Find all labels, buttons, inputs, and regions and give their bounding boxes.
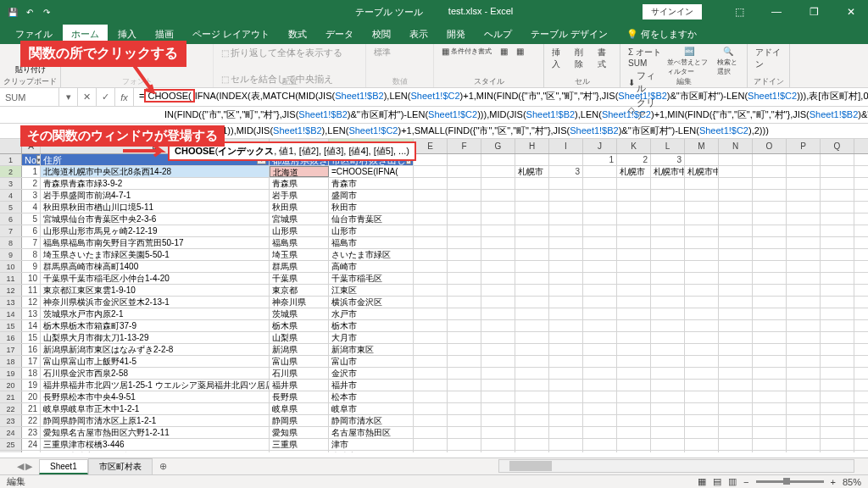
cell-pref[interactable]: 秋田県 — [270, 202, 329, 213]
cell[interactable] — [549, 368, 583, 379]
cell[interactable] — [617, 190, 651, 201]
cell-pref[interactable]: 岐阜県 — [270, 403, 329, 414]
cell-city[interactable]: 千葉市稲毛区 — [329, 273, 414, 284]
tab-tellme[interactable]: 💡 何をしますか — [618, 25, 705, 44]
cell[interactable] — [617, 356, 651, 367]
cell-city[interactable]: 松本市 — [329, 391, 414, 402]
cell[interactable] — [617, 439, 651, 450]
row-header[interactable]: 4 — [0, 190, 22, 201]
cell[interactable] — [549, 451, 583, 452]
format-cells-button[interactable]: 書式 — [595, 46, 615, 71]
cell[interactable] — [549, 332, 583, 343]
row-header[interactable]: 26 — [0, 451, 22, 452]
cell[interactable] — [515, 225, 549, 236]
cell[interactable] — [617, 380, 651, 391]
cell-pref[interactable]: 富山県 — [270, 356, 329, 367]
col-header-J[interactable]: J — [583, 139, 617, 153]
col-header-P[interactable]: P — [787, 139, 821, 153]
cell-addr[interactable]: 群馬県高崎市棟高町1400 — [41, 261, 270, 272]
cell-no[interactable]: 12 — [22, 297, 41, 308]
row-header[interactable]: 19 — [0, 368, 22, 379]
cell[interactable] — [651, 332, 685, 343]
cell-city[interactable]: 大津市 — [329, 451, 414, 452]
tab-review[interactable]: 校閲 — [364, 25, 399, 44]
cell[interactable] — [651, 297, 685, 308]
cell-no[interactable]: 7 — [22, 237, 41, 248]
cell[interactable] — [617, 344, 651, 355]
cell-no[interactable]: 3 — [22, 190, 41, 201]
formula-bar[interactable]: =CHOOSE(IFNA(INDEX(表,MATCH(MID(JIS(Sheet… — [134, 88, 868, 107]
cell[interactable] — [651, 415, 685, 426]
cell-pref[interactable]: 北海道 — [270, 166, 329, 177]
cell[interactable] — [651, 202, 685, 213]
cell-pref[interactable]: 山梨県 — [270, 332, 329, 343]
cell[interactable] — [515, 344, 549, 355]
cell-pref[interactable]: 三重県 — [270, 439, 329, 450]
cell-addr[interactable]: 埼玉県さいたま市緑区美園5-50-1 — [41, 249, 270, 260]
cell[interactable] — [651, 285, 685, 296]
cell-no[interactable]: 25 — [22, 451, 41, 452]
col-header-Q[interactable]: Q — [821, 139, 854, 153]
cell[interactable]: 札幌市 — [617, 166, 651, 177]
cell[interactable] — [515, 415, 549, 426]
row-header[interactable]: 2 — [0, 166, 22, 177]
row-header[interactable]: 25 — [0, 439, 22, 450]
cell[interactable] — [617, 427, 651, 438]
select-all-corner[interactable] — [0, 139, 22, 153]
cell[interactable] — [549, 403, 583, 414]
cell[interactable] — [651, 237, 685, 248]
cell-pref[interactable]: 福島県 — [270, 237, 329, 248]
add-sheet-icon[interactable]: ⊕ — [153, 459, 174, 474]
cell[interactable] — [617, 237, 651, 248]
cell-addr[interactable]: 岩手県盛岡市前潟4-7-1 — [41, 190, 270, 201]
spreadsheet-grid[interactable]: A B C D E F G H I J K L M N O P Q 1 No▾ … — [0, 139, 868, 452]
cell[interactable] — [651, 344, 685, 355]
cell-addr[interactable]: 石川県金沢市西泉2-58 — [41, 368, 270, 379]
row-header[interactable]: 17 — [0, 344, 22, 355]
cell-city[interactable]: 仙台市青葉区 — [329, 214, 414, 225]
cell[interactable] — [549, 178, 583, 189]
autosum-button[interactable]: Σ オート SUM — [626, 46, 665, 69]
cell-city[interactable]: 横浜市金沢区 — [329, 297, 414, 308]
cell-city[interactable]: 秋田市 — [329, 202, 414, 213]
row-header[interactable]: 23 — [0, 415, 22, 426]
col-header-O[interactable]: O — [753, 139, 787, 153]
cell[interactable] — [651, 368, 685, 379]
cell-city[interactable]: 津市 — [329, 439, 414, 450]
cell[interactable] — [685, 285, 719, 296]
cell-no[interactable]: 5 — [22, 214, 41, 225]
cell[interactable] — [617, 249, 651, 260]
row-header[interactable]: 8 — [0, 237, 22, 248]
cell[interactable] — [685, 403, 719, 414]
cell-no[interactable]: 24 — [22, 439, 41, 450]
cell-city[interactable]: 栃木市 — [329, 320, 414, 331]
cell[interactable] — [685, 344, 719, 355]
zoom-out-icon[interactable]: − — [743, 477, 748, 487]
cell[interactable] — [515, 261, 549, 272]
cell-no[interactable]: 23 — [22, 427, 41, 438]
cell[interactable] — [617, 202, 651, 213]
tab-tabledesign[interactable]: テーブル デザイン — [522, 25, 616, 44]
wrap-text-button[interactable]: ⬚ 折り返して全体を表示する — [219, 46, 360, 60]
cell[interactable] — [515, 439, 549, 450]
cell[interactable] — [617, 451, 651, 452]
cell-city[interactable]: 山形市 — [329, 225, 414, 236]
cell-addr[interactable]: 山形県山形市馬見ヶ崎2-12-19 — [41, 225, 270, 236]
maximize-icon[interactable]: ❐ — [797, 0, 831, 24]
cell[interactable] — [651, 380, 685, 391]
cell[interactable] — [651, 439, 685, 450]
cell-pref[interactable]: 愛知県 — [270, 427, 329, 438]
cell[interactable] — [617, 391, 651, 402]
minimize-icon[interactable]: ― — [760, 0, 793, 24]
col-header-M[interactable]: M — [685, 139, 719, 153]
cell[interactable] — [685, 178, 719, 189]
cell-pref[interactable]: 福井県 — [270, 380, 329, 391]
cell[interactable] — [549, 380, 583, 391]
cell[interactable] — [651, 320, 685, 331]
cell[interactable] — [549, 261, 583, 272]
cell[interactable] — [685, 415, 719, 426]
signin-button[interactable]: サインイン — [643, 4, 702, 19]
cell[interactable] — [549, 308, 583, 319]
number-format[interactable]: 標準 — [371, 46, 428, 59]
cell-city[interactable]: 高崎市 — [329, 261, 414, 272]
